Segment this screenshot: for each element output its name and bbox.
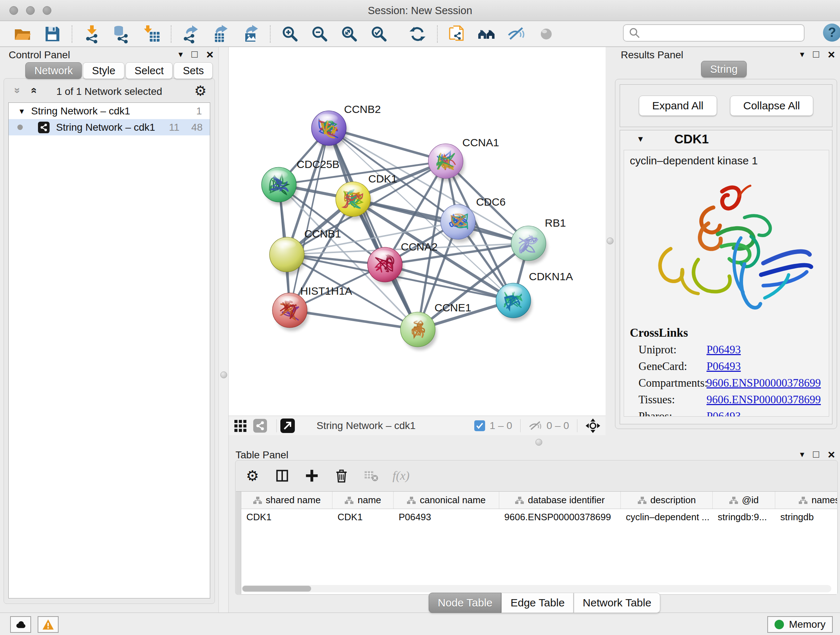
tab-sets[interactable]: Sets (174, 62, 213, 79)
network-canvas[interactable]: CCNB2CCNA1CDC25BCDK1CDC6RB1CCNB1CCNA2CDK… (229, 47, 606, 416)
column-header-database-identifier[interactable]: database identifier (499, 492, 621, 509)
table-row[interactable]: CDK1CDK1P064939606.ENSP00000378699cyclin… (241, 509, 837, 524)
save-session-button[interactable] (42, 24, 62, 44)
crosslink-link[interactable]: P06493 (706, 360, 741, 373)
scrollbar-thumb[interactable] (242, 586, 311, 592)
expand-all-button[interactable]: Expand All (639, 96, 717, 116)
zoom-fit-button[interactable] (339, 24, 360, 44)
export-table-button[interactable] (210, 24, 231, 44)
cdk1-section-header[interactable]: ▾ CDK1 (620, 130, 832, 149)
search-input[interactable] (641, 27, 804, 39)
left-splitter[interactable] (218, 47, 229, 613)
tab-network-table[interactable]: Network Table (574, 593, 660, 613)
cloud-button[interactable] (10, 616, 31, 633)
crosslink-link[interactable]: P06493 (706, 343, 741, 356)
table-cell[interactable]: 9606.ENSP00000378699 (499, 509, 621, 524)
table-cell[interactable]: stringdb:9... (713, 509, 775, 524)
network-view-title: String Network – cdk1 (317, 420, 416, 432)
tab-edge-table[interactable]: Edge Table (501, 593, 574, 613)
edge-CCNB2-CCNE1[interactable] (329, 128, 418, 329)
collection-label: String Network – cdk1 (31, 105, 130, 117)
maximize-panel-icon[interactable]: □ (813, 48, 819, 61)
table-cell[interactable]: stringdb (775, 509, 837, 524)
delete-column-trash-icon[interactable] (333, 467, 350, 484)
collapse-all-button[interactable]: Collapse All (730, 96, 813, 116)
network-node-HIST1H1A[interactable] (272, 293, 309, 331)
column-header-namespace[interactable]: namespace (775, 492, 837, 509)
tab-string[interactable]: String (701, 61, 747, 78)
network-node-CCNA1[interactable] (428, 144, 464, 182)
maximize-panel-icon[interactable]: □ (191, 48, 197, 61)
column-header-description[interactable]: description (621, 492, 713, 509)
crosslink-link[interactable]: P06493 (706, 410, 741, 417)
function-builder-icon: f(x) (393, 469, 409, 483)
network-node-CDC25B[interactable] (262, 167, 298, 205)
share-network-icon[interactable] (253, 419, 267, 432)
column-header-at-id[interactable]: @id (713, 492, 775, 509)
float-panel-icon[interactable]: ▾ (800, 48, 804, 61)
table-options-gear-icon[interactable]: ⚙ (244, 467, 261, 484)
birdseye-grid-icon[interactable] (234, 419, 248, 432)
bottom-splitter-handle[interactable] (535, 439, 542, 446)
close-panel-icon[interactable]: × (206, 48, 213, 61)
close-panel-icon[interactable]: × (828, 48, 835, 61)
tab-network[interactable]: Network (25, 62, 82, 79)
float-panel-icon[interactable]: ▾ (178, 48, 183, 61)
zoom-out-button[interactable] (309, 24, 330, 44)
open-session-file-button[interactable] (447, 24, 467, 44)
network-collection-row[interactable]: ▾String Network – cdk11 (9, 103, 210, 119)
search-box[interactable] (623, 24, 805, 42)
network-node-CCNA2[interactable] (368, 247, 404, 285)
network-node-RB1[interactable] (511, 226, 547, 264)
column-header-shared-name[interactable]: shared name (241, 492, 332, 509)
maximize-panel-icon[interactable]: □ (813, 448, 819, 461)
crosslink-link[interactable]: 9606.ENSP00000378699 (706, 377, 821, 390)
refresh-view-button[interactable] (407, 24, 428, 44)
table-cell[interactable]: CDK1 (241, 509, 332, 524)
close-panel-icon[interactable]: × (828, 448, 835, 461)
selected-checkbox-icon[interactable] (474, 420, 485, 431)
import-network-database-button[interactable] (111, 24, 132, 44)
export-network-button[interactable] (181, 24, 201, 44)
crosslink-link[interactable]: 9606.ENSP00000378699 (706, 393, 821, 406)
node-table[interactable]: shared namenamecanonical namedatabase id… (236, 491, 837, 594)
import-table-button[interactable] (141, 24, 161, 44)
hide-panel-button[interactable] (507, 24, 527, 44)
splitter-handle[interactable] (220, 371, 227, 378)
import-network-button[interactable] (82, 24, 102, 44)
string-network-graph[interactable]: CCNB2CCNA1CDC25BCDK1CDC6RB1CCNB1CCNA2CDK… (229, 47, 606, 416)
export-image-button[interactable] (240, 24, 261, 44)
export-view-icon[interactable] (280, 418, 295, 433)
memory-button[interactable]: Memory (767, 616, 833, 633)
table-cell[interactable]: P06493 (393, 509, 499, 524)
table-cell[interactable]: cyclin–dependent ... (621, 509, 713, 524)
tab-node-table[interactable]: Node Table (429, 593, 501, 613)
add-column-icon[interactable] (303, 467, 320, 484)
expand-arrow-icon[interactable]: ▾ (19, 106, 24, 116)
fit-selected-crosshair-icon[interactable] (585, 418, 600, 433)
hidden-eye-icon[interactable] (529, 420, 542, 432)
network-node-CDK1[interactable] (336, 182, 372, 220)
home-button[interactable] (477, 24, 497, 44)
zoom-in-button[interactable] (280, 24, 300, 44)
show-panel-button[interactable] (536, 24, 556, 44)
zoom-selected-button[interactable] (369, 24, 389, 44)
node-label-CCNB2: CCNB2 (344, 103, 381, 115)
float-panel-icon[interactable]: ▾ (800, 448, 804, 461)
table-cell[interactable]: CDK1 (332, 509, 393, 524)
horizontal-scrollbar[interactable] (242, 585, 831, 592)
tab-select[interactable]: Select (126, 62, 173, 79)
warnings-button[interactable] (38, 616, 58, 633)
column-header-canonical-name[interactable]: canonical name (393, 492, 499, 509)
show-columns-icon[interactable] (274, 467, 291, 484)
edge-CCNB2-HIST1H1A[interactable] (290, 128, 329, 310)
column-header-name[interactable]: name (332, 492, 393, 509)
edge-HIST1H1A-CCNE1[interactable] (290, 310, 418, 329)
collapse-arrow-icon[interactable]: ▾ (638, 133, 643, 144)
tab-style[interactable]: Style (83, 62, 124, 79)
network-options-gear-icon[interactable]: ⚙ (194, 83, 207, 99)
help-button[interactable]: ? (823, 24, 840, 42)
open-folder-button[interactable] (12, 24, 33, 44)
network-node-CDKN1A[interactable] (496, 283, 532, 321)
network-row[interactable]: String Network – cdk11148 (9, 119, 210, 135)
